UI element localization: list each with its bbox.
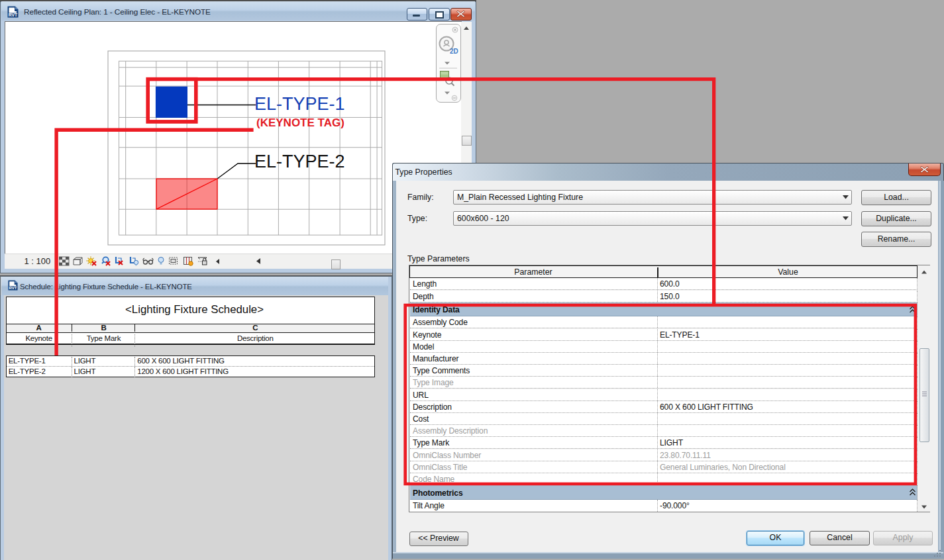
svg-text:RVT: RVT [9, 13, 18, 17]
svg-text:RVT: RVT [9, 286, 17, 290]
svg-text:2D: 2D [450, 48, 458, 55]
